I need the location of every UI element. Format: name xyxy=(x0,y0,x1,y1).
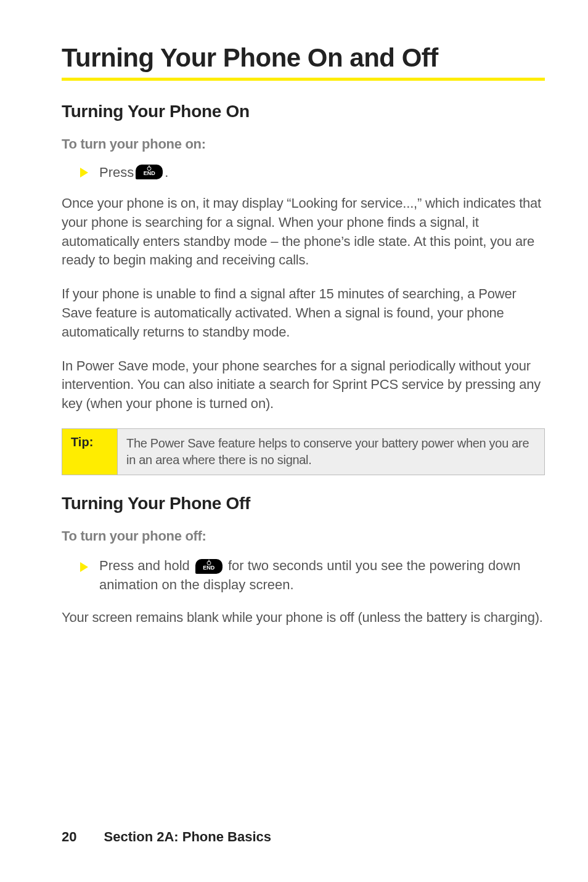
end-key-icon: END xyxy=(195,559,223,574)
tip-body: The Power Save feature helps to conserve… xyxy=(118,429,544,475)
page-footer: 20 Section 2A: Phone Basics xyxy=(62,829,271,845)
end-key-icon: END xyxy=(136,165,163,179)
tip-box: Tip: The Power Save feature helps to con… xyxy=(62,428,545,475)
section-on-lead: To turn your phone on: xyxy=(62,136,545,152)
bullet-text-suffix: . xyxy=(165,165,168,181)
section-off-heading: Turning Your Phone Off xyxy=(62,494,545,513)
footer-section: Section 2A: Phone Basics xyxy=(104,829,271,844)
bullet-text-prefix: Press xyxy=(99,165,134,181)
bullet-icon xyxy=(80,562,88,572)
section-on-heading: Turning Your Phone On xyxy=(62,102,545,121)
bullet-press-on: Press END . xyxy=(80,165,545,181)
section-on-para1: Once your phone is on, it may display “L… xyxy=(62,194,545,270)
bullet-press-off: Press and hold END for two seconds until… xyxy=(80,557,545,595)
page-title: Turning Your Phone On and Off xyxy=(62,43,545,73)
page-number: 20 xyxy=(62,829,76,844)
tip-label: Tip: xyxy=(62,429,118,475)
bullet-off-prefix: Press and hold xyxy=(99,558,194,573)
section-off-para1: Your screen remains blank while your pho… xyxy=(62,608,545,627)
accent-line xyxy=(62,78,545,81)
bullet-icon xyxy=(80,168,88,178)
section-on-para2: If your phone is unable to find a signal… xyxy=(62,285,545,341)
bullet-off-line: Press and hold END for two seconds until… xyxy=(99,557,545,595)
page-container: Turning Your Phone On and Off Turning Yo… xyxy=(0,0,588,882)
section-on-para3: In Power Save mode, your phone searches … xyxy=(62,357,545,414)
section-off-lead: To turn your phone off: xyxy=(62,528,545,544)
